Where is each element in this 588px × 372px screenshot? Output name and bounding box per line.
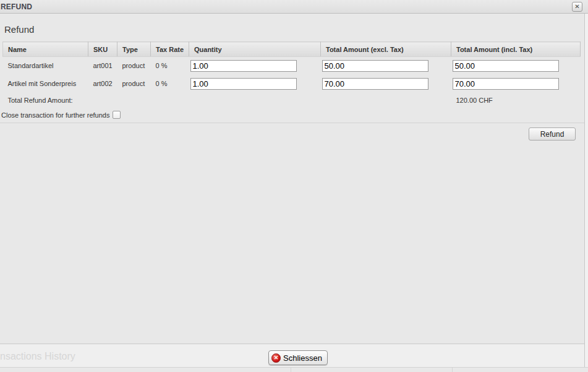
- cell-sku: art001: [88, 57, 117, 75]
- column-header-name: Name: [3, 42, 88, 57]
- total-incl-input[interactable]: [453, 78, 559, 90]
- column-header-quantity: Quantity: [189, 42, 321, 57]
- dialog-title: REFUND: [1, 2, 32, 11]
- total-refund-label: Total Refund Amount:: [3, 93, 451, 108]
- page-background-strip: [584, 14, 588, 372]
- table-header-row: Name SKU Type Tax Rate Quantity Total Am…: [3, 42, 581, 57]
- cell-name: Standardartikel: [3, 57, 88, 75]
- cell-sku: art002: [88, 75, 117, 93]
- refund-button[interactable]: Refund: [529, 128, 576, 141]
- close-transaction-row: Close transaction for further refunds: [1, 111, 121, 121]
- total-incl-input[interactable]: [453, 60, 559, 72]
- dialog-titlebar: REFUND ✕: [0, 0, 588, 14]
- table-row: Artikel mit Sonderpreis art002 product 0…: [3, 75, 581, 93]
- red-close-icon: ✕: [271, 353, 281, 363]
- cell-tax-rate: 0 %: [151, 75, 189, 93]
- close-icon[interactable]: ✕: [572, 2, 582, 12]
- close-transaction-label: Close transaction for further refunds: [1, 111, 109, 119]
- schliessen-button[interactable]: ✕ Schliessen: [268, 350, 328, 365]
- cell-type: product: [117, 57, 151, 75]
- background-table-header-strip: [0, 367, 588, 372]
- total-excl-input[interactable]: [322, 60, 428, 72]
- column-header-total-excl: Total Amount (excl. Tax): [321, 42, 451, 57]
- column-header-type: Type: [117, 42, 151, 57]
- separator-line: [0, 123, 584, 123]
- refund-heading: Refund: [4, 24, 34, 35]
- schliessen-label: Schliessen: [283, 353, 322, 363]
- quantity-input[interactable]: [190, 60, 297, 72]
- quantity-input[interactable]: [190, 78, 297, 90]
- column-header-total-incl: Total Amount (incl. Tax): [451, 42, 581, 57]
- refund-table: Name SKU Type Tax Rate Quantity Total Am…: [2, 41, 581, 108]
- refund-lightbox: REFUND ✕ Refund Name SKU Type Tax Rate Q…: [0, 0, 588, 372]
- table-row: Standardartikel art001 product 0 %: [3, 57, 581, 75]
- lightbox-footer: nsactions History ✕ Schliessen: [0, 344, 584, 367]
- total-excl-input[interactable]: [322, 78, 428, 90]
- total-refund-row: Total Refund Amount: 120.00 CHF: [3, 93, 581, 108]
- column-header-tax-rate: Tax Rate: [151, 42, 189, 57]
- total-refund-value: 120.00 CHF: [451, 93, 581, 108]
- cell-type: product: [117, 75, 151, 93]
- close-transaction-checkbox[interactable]: [113, 111, 121, 119]
- column-header-sku: SKU: [88, 42, 117, 57]
- cell-tax-rate: 0 %: [151, 57, 189, 75]
- strip-separator: [291, 368, 291, 372]
- cell-name: Artikel mit Sonderpreis: [3, 75, 88, 93]
- strip-separator: [452, 368, 453, 372]
- background-page-heading: nsactions History: [0, 351, 75, 362]
